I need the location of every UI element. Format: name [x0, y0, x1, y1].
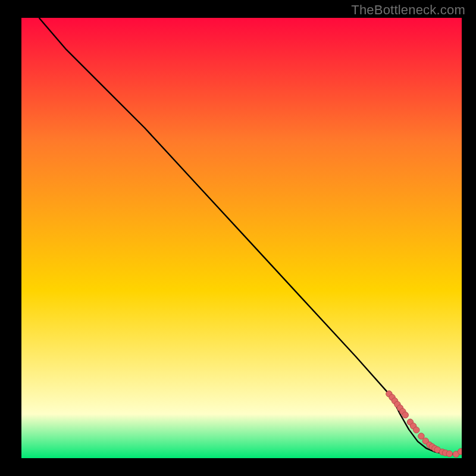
chart-background — [21, 18, 462, 458]
data-point — [414, 427, 419, 433]
app-frame: TheBottleneck.com — [0, 0, 476, 476]
data-point — [402, 412, 408, 418]
data-point — [446, 450, 452, 456]
watermark-text: TheBottleneck.com — [351, 2, 465, 18]
data-point — [458, 449, 462, 455]
chart-svg — [21, 18, 462, 458]
chart-area — [21, 18, 462, 458]
data-point — [418, 433, 424, 439]
